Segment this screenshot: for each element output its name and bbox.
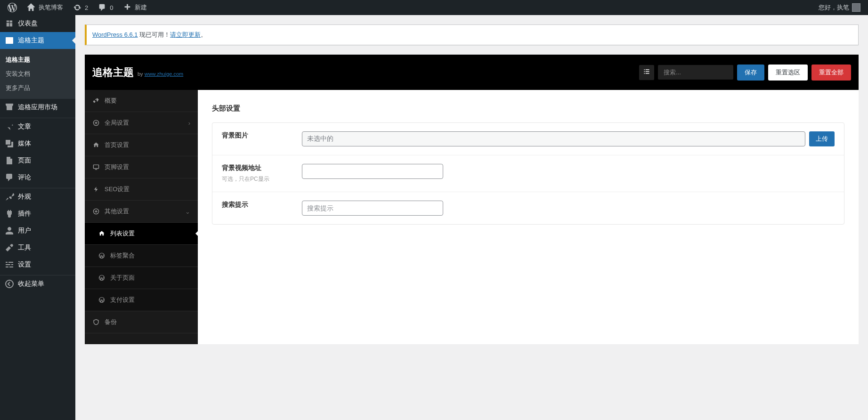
list-icon <box>643 68 650 77</box>
wp-version-link[interactable]: WordPress 6.6.1 <box>92 31 138 38</box>
nav-seo[interactable]: SEO设置 <box>85 178 198 201</box>
notice-punct: 。 <box>201 31 207 38</box>
nav-overview[interactable]: 概要 <box>85 90 198 112</box>
menu-zhuige-theme[interactable]: 追格主题 <box>0 32 75 49</box>
theme-icon <box>5 36 14 45</box>
svg-rect-3 <box>93 165 98 169</box>
svg-point-1 <box>6 280 13 288</box>
panel-form: 头部设置 背景图片 上传 <box>198 90 859 344</box>
update-icon <box>73 3 82 12</box>
nav-backup[interactable]: 备份 <box>85 311 198 333</box>
reset-section-button[interactable]: 重置选区 <box>768 65 808 81</box>
nav-backup-label: 备份 <box>105 318 117 326</box>
svg-rect-0 <box>6 37 13 44</box>
nav-global-label: 全局设置 <box>105 119 129 127</box>
nav-home-label: 首页设置 <box>105 141 129 149</box>
save-button[interactable]: 保存 <box>737 65 764 81</box>
menu-comments[interactable]: 评论 <box>0 169 75 186</box>
by-text: by <box>138 71 143 77</box>
menu-pages[interactable]: 页面 <box>0 152 75 169</box>
menu-media-label: 媒体 <box>18 139 31 148</box>
submenu-more-products[interactable]: 更多产品 <box>0 81 75 95</box>
nav-other-label: 其他设置 <box>105 207 129 216</box>
menu-tools[interactable]: 工具 <box>0 239 75 256</box>
row-search-hint: 搜索提示 <box>212 192 844 224</box>
panel-nav: 概要 全局设置 › 首页设置 页脚设置 <box>85 90 198 344</box>
panel-header-right: 保存 重置选区 重置全部 <box>639 65 851 81</box>
nav-tags[interactable]: 标签聚合 <box>85 245 198 267</box>
comments-menu[interactable]: 0 <box>94 0 117 15</box>
nav-overview-label: 概要 <box>105 97 117 105</box>
menu-appearance[interactable]: 外观 <box>0 188 75 205</box>
menu-users[interactable]: 用户 <box>0 222 75 239</box>
submenu-theme[interactable]: 追格主题 <box>0 53 75 67</box>
home-icon <box>92 141 100 149</box>
nav-payment[interactable]: 支付设置 <box>85 289 198 311</box>
bolt-icon <box>92 186 100 193</box>
submenu-zhuige: 追格主题 安装文档 更多产品 <box>0 49 75 99</box>
nav-list[interactable]: 列表设置 <box>85 223 198 245</box>
wordpress-icon <box>98 274 105 282</box>
wp-logo-menu[interactable] <box>4 0 21 15</box>
wordpress-icon <box>98 252 105 259</box>
menu-pages-label: 页面 <box>18 156 31 165</box>
chevron-down-icon: ⌄ <box>185 208 190 215</box>
menu-collapse[interactable]: 收起菜单 <box>0 275 75 292</box>
site-name-menu[interactable]: 执笔博客 <box>23 0 67 15</box>
upload-button[interactable]: 上传 <box>809 131 835 146</box>
panel-byline: by www.zhuige.com <box>138 71 183 77</box>
nav-footer[interactable]: 页脚设置 <box>85 156 198 178</box>
menu-tools-label: 工具 <box>18 243 31 252</box>
pin-icon <box>5 122 14 131</box>
plus-circle-icon <box>92 208 100 215</box>
home-icon <box>98 230 105 237</box>
main-layout: 仪表盘 追格主题 追格主题 安装文档 更多产品 追格应用市场 文章 媒体 页面 <box>0 15 868 420</box>
search-hint-input[interactable] <box>302 201 443 216</box>
new-content-label: 新建 <box>135 3 147 12</box>
menu-settings[interactable]: 设置 <box>0 256 75 273</box>
nav-list-label: 列表设置 <box>110 229 135 238</box>
nav-footer-label: 页脚设置 <box>105 163 129 171</box>
bg-image-label: 背景图片 <box>222 131 292 140</box>
plus-circle-icon <box>92 119 100 127</box>
admin-sidebar: 仪表盘 追格主题 追格主题 安装文档 更多产品 追格应用市场 文章 媒体 页面 <box>0 15 75 420</box>
dashboard-icon <box>5 19 14 28</box>
by-url-link[interactable]: www.zhuige.com <box>145 71 184 77</box>
user-icon <box>5 226 14 235</box>
theme-options-panel: 追格主题 by www.zhuige.com 保存 重置选区 重置全部 <box>85 55 859 344</box>
menu-media[interactable]: 媒体 <box>0 135 75 152</box>
content-area: WordPress 6.6.1 现已可用！请立即更新。 追格主题 by www.… <box>75 15 868 420</box>
bg-video-hint: 可选，只在PC显示 <box>222 175 292 183</box>
bg-image-input[interactable] <box>302 131 805 146</box>
shield-icon <box>92 318 100 326</box>
menu-posts[interactable]: 文章 <box>0 118 75 135</box>
sliders-icon <box>5 260 14 269</box>
panel-body: 概要 全局设置 › 首页设置 页脚设置 <box>85 90 859 344</box>
comment-icon <box>97 3 107 12</box>
menu-appearance-label: 外观 <box>18 193 31 201</box>
panel-title-wrap: 追格主题 by www.zhuige.com <box>92 65 183 80</box>
comments-count-label: 0 <box>110 4 113 11</box>
submenu-install-doc[interactable]: 安装文档 <box>0 67 75 81</box>
menu-dashboard-label: 仪表盘 <box>18 19 38 28</box>
account-menu[interactable]: 您好，执笔 <box>815 0 864 15</box>
panel-search-input[interactable] <box>658 65 733 80</box>
menu-market[interactable]: 追格应用市场 <box>0 99 75 116</box>
row-bg-image: 背景图片 上传 <box>212 123 844 155</box>
nav-other[interactable]: 其他设置 ⌄ <box>85 201 198 223</box>
panel-menu-toggle[interactable] <box>639 65 654 80</box>
update-now-link[interactable]: 请立即更新 <box>170 31 201 38</box>
panel-header: 追格主题 by www.zhuige.com 保存 重置选区 重置全部 <box>85 55 859 90</box>
nav-home[interactable]: 首页设置 <box>85 134 198 156</box>
new-content-menu[interactable]: 新建 <box>119 0 151 15</box>
menu-dashboard[interactable]: 仪表盘 <box>0 15 75 32</box>
updates-menu[interactable]: 2 <box>69 0 92 15</box>
bg-video-input[interactable] <box>302 164 443 179</box>
section-title: 头部设置 <box>212 104 844 113</box>
reset-all-button[interactable]: 重置全部 <box>811 65 851 81</box>
bg-video-label: 背景视频地址 <box>222 164 292 172</box>
wordpress-icon <box>8 3 17 12</box>
nav-global[interactable]: 全局设置 › <box>85 112 198 134</box>
nav-about[interactable]: 关于页面 <box>85 267 198 289</box>
menu-plugins[interactable]: 插件 <box>0 205 75 222</box>
